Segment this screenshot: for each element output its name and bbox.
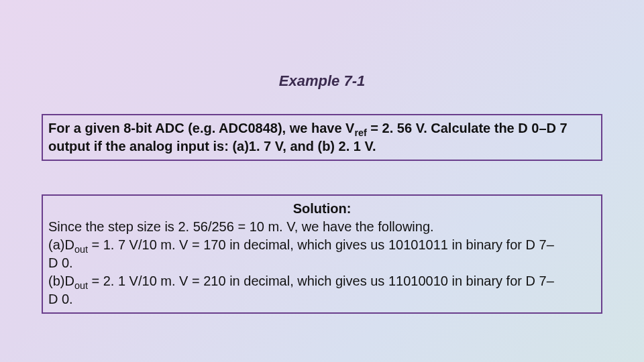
solution-heading: Solution: [48, 200, 596, 218]
solution-line-4b: = 2. 1 V/10 m. V = 210 in decimal, which… [88, 274, 554, 288]
slide-title: Example 7-1 [0, 72, 644, 90]
solution-sub-out-a: out [74, 244, 88, 255]
problem-sub-ref: ref [354, 127, 366, 138]
solution-line-5: D 0. [48, 292, 73, 306]
solution-line-1: Since the step size is 2. 56/256 = 10 m.… [48, 219, 434, 234]
slide-page: Example 7-1 For a given 8-bit ADC (e.g. … [0, 0, 644, 362]
solution-box: Solution: Since the step size is 2. 56/2… [42, 194, 602, 314]
problem-line-1a: For a given 8-bit ADC (e.g. ADC0848), we… [48, 121, 354, 135]
solution-line-3: D 0. [48, 255, 73, 270]
problem-box: For a given 8-bit ADC (e.g. ADC0848), we… [42, 114, 602, 161]
solution-line-2b: = 1. 7 V/10 m. V = 170 in decimal, which… [88, 237, 554, 252]
solution-sub-out-b: out [74, 280, 88, 291]
problem-line-1b: = 2. 56 V. Calculate the D 0–D 7 [367, 121, 568, 135]
solution-line-4a: (b)D [48, 274, 74, 288]
problem-line-2: output if the analog input is: (a)1. 7 V… [48, 139, 376, 154]
solution-line-2a: (a)D [48, 237, 74, 252]
